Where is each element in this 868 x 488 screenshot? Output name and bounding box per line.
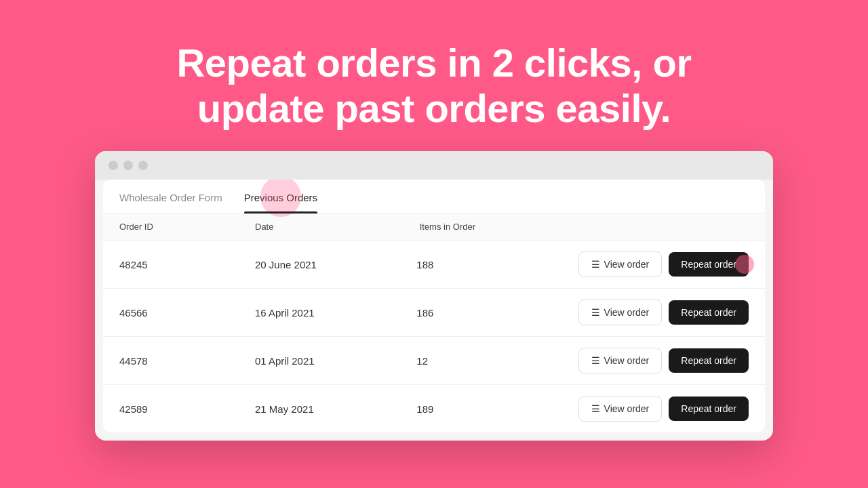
tab-wholesale-order-form[interactable]: Wholesale Order Form [119,180,222,213]
order-items: 186 [416,307,578,319]
list-icon: ☰ [591,259,600,270]
list-icon: ☰ [591,307,600,318]
hero-line1: Repeat orders in 2 clicks, or [176,41,691,85]
tab-bar: Wholesale Order Form Previous Orders [103,180,765,214]
order-id: 42589 [119,403,255,415]
table-row: 44578 01 April 2021 12 ☰ View order Repe… [103,336,765,384]
window-dot-green [138,161,148,170]
list-icon: ☰ [591,403,600,414]
order-id: 44578 [119,355,255,367]
view-order-button[interactable]: ☰ View order [578,348,663,373]
order-id: 48245 [119,259,255,270]
table-row: 46566 16 April 2021 186 ☰ View order Rep… [103,288,765,336]
repeat-order-button[interactable]: Repeat order [669,252,749,277]
order-date: 16 April 2021 [255,307,416,319]
table-header: Order ID Date Items in Order [103,214,765,240]
view-label: View order [604,307,650,318]
row-actions: ☰ View order Repeat order [578,348,749,373]
hero-section: Repeat orders in 2 clicks, or update pas… [163,0,705,151]
table-row: 48245 20 June 2021 188 ☰ View order Repe… [103,240,765,288]
view-label: View order [604,355,650,366]
orders-table: Order ID Date Items in Order 48245 20 Ju… [103,214,765,432]
table-row: 42589 21 May 2021 189 ☰ View order Repea… [103,384,765,432]
repeat-label: Repeat order [681,355,736,366]
view-label: View order [604,403,650,414]
repeat-order-button[interactable]: Repeat order [669,300,749,325]
window-dot-red [108,161,118,170]
header-date: Date [255,222,420,232]
repeat-order-button[interactable]: Repeat order [669,348,749,373]
repeat-label: Repeat order [681,307,736,318]
header-order-id: Order ID [119,222,255,232]
repeat-label: Repeat order [681,403,736,414]
repeat-label: Repeat order [681,259,736,270]
tab-previous-orders[interactable]: Previous Orders [244,180,317,213]
row-actions: ☰ View order Repeat order [578,251,749,277]
order-items: 189 [416,403,578,415]
browser-content: Wholesale Order Form Previous Orders Ord… [103,180,765,432]
view-order-button[interactable]: ☰ View order [578,300,663,325]
repeat-order-button[interactable]: Repeat order [669,396,749,421]
order-items: 188 [416,259,578,270]
view-order-button[interactable]: ☰ View order [578,251,663,277]
browser-chrome [95,151,773,180]
order-items: 12 [416,355,578,367]
order-date: 20 June 2021 [255,259,416,270]
list-icon: ☰ [591,355,600,366]
window-dot-yellow [123,161,133,170]
view-label: View order [604,259,650,270]
hero-line2: update past orders easily. [197,86,671,130]
order-id: 46566 [119,307,255,319]
browser-window: Wholesale Order Form Previous Orders Ord… [95,151,773,441]
view-order-button[interactable]: ☰ View order [578,396,663,422]
order-date: 01 April 2021 [255,355,416,367]
header-items: Items in Order [420,222,585,232]
row-actions: ☰ View order Repeat order [578,300,749,325]
header-actions [584,222,749,232]
order-date: 21 May 2021 [255,403,416,415]
row-actions: ☰ View order Repeat order [578,396,749,422]
